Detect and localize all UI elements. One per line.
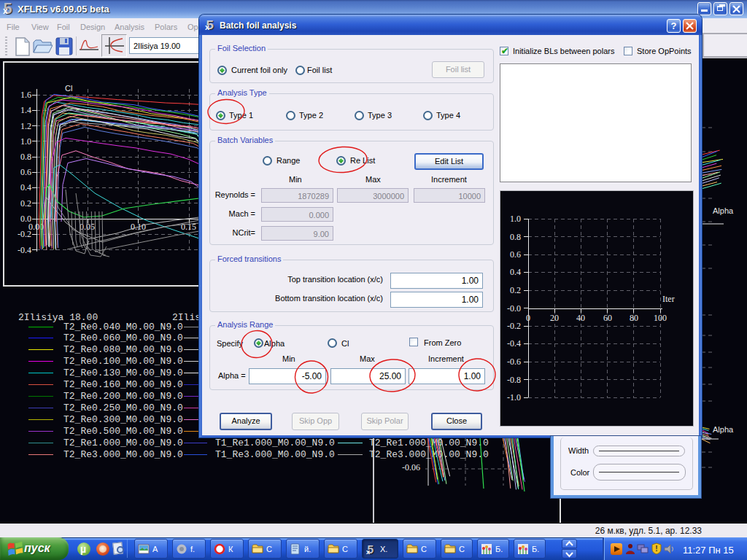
svg-text:!: ! (655, 545, 657, 553)
